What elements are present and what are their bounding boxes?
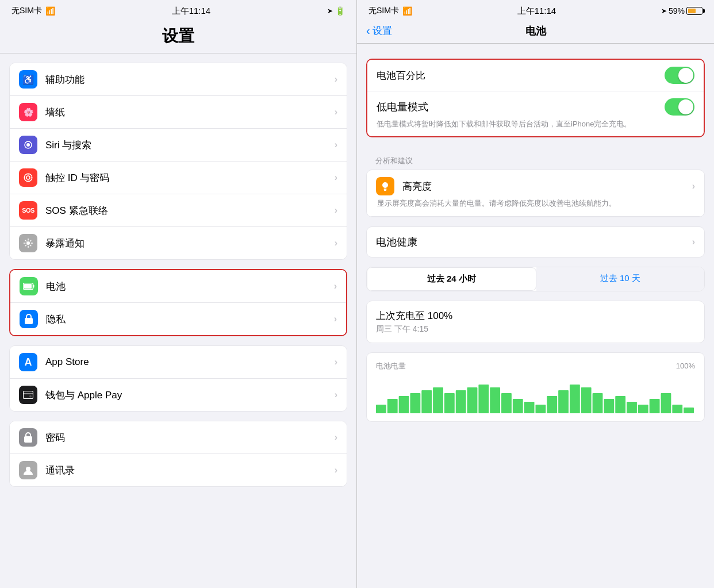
tab-10d-label: 过去 10 天 — [600, 273, 640, 283]
svg-rect-32 — [547, 396, 557, 413]
exposure-icon — [19, 234, 37, 252]
passwords-label: 密码 — [45, 431, 335, 444]
battery-percentage-toggle-thumb — [678, 68, 693, 83]
battery-percentage-row[interactable]: 电池百分比 — [367, 60, 704, 91]
appstore-icon: A — [19, 353, 37, 371]
svg-rect-44 — [684, 408, 694, 413]
battery-health-row[interactable]: 电池健康 › — [367, 227, 704, 257]
svg-point-2 — [24, 174, 32, 182]
svg-point-1 — [26, 143, 30, 147]
touchid-label: 触控 ID 与密码 — [45, 171, 335, 185]
battery-row-icon — [20, 277, 38, 295]
spacer-1 — [357, 53, 714, 59]
svg-rect-38 — [615, 396, 625, 413]
right-page-title: 电池 — [525, 24, 546, 38]
settings-row-privacy[interactable]: 隐私 › — [10, 303, 346, 335]
settings-row-accessibility[interactable]: ♿ 辅助功能 › — [10, 63, 347, 96]
svg-rect-37 — [604, 399, 614, 413]
carrier-text: 无SIM卡 — [11, 6, 42, 16]
settings-group-4: 密码 › 通讯录 › — [9, 421, 347, 487]
battery-percentage-toggle[interactable] — [665, 67, 694, 84]
accessibility-icon: ♿ — [19, 70, 37, 89]
high-brightness-row[interactable]: 高亮度 › 显示屏亮度高会消耗大量的电量。请考虑降低亮度以改善电池续航能力。 — [367, 170, 704, 217]
svg-rect-21 — [421, 390, 432, 413]
svg-rect-26 — [478, 385, 489, 413]
contacts-icon — [19, 461, 37, 479]
svg-rect-33 — [558, 390, 569, 413]
svg-rect-18 — [387, 399, 398, 413]
svg-rect-36 — [593, 393, 603, 413]
settings-row-siri[interactable]: Siri 与搜索 › — [10, 129, 347, 162]
svg-rect-34 — [570, 385, 580, 413]
contacts-label: 通讯录 — [45, 464, 335, 477]
battery-percentage-label: 电池百分比 — [377, 69, 665, 82]
battery-row-chevron: › — [334, 281, 337, 291]
low-power-label: 低电量模式 — [377, 100, 665, 114]
left-status-right: ➤ 🔋 — [327, 6, 345, 16]
left-status-left: 无SIM卡 📶 — [11, 6, 55, 16]
battery-chart — [376, 376, 695, 413]
sos-icon: SOS — [19, 201, 37, 220]
left-status-bar: 无SIM卡 📶 上午11:14 ➤ 🔋 — [0, 0, 356, 21]
svg-point-14 — [382, 182, 388, 188]
settings-group-1: ♿ 辅助功能 › 🌸 墙纸 › Siri 与搜索 › 触控 ID 与密 — [9, 63, 347, 260]
low-power-desc: 低电量模式将暂时降低如下载和邮件获取等后台活动，直至iPhone完全充电。 — [377, 119, 631, 129]
svg-rect-8 — [25, 318, 33, 324]
right-content: 电池百分比 低电量模式 低电量模式将暂时降低如下载和邮件获取等后台活动，直至iP… — [357, 44, 714, 588]
right-panel: 无SIM卡 📶 上午11:14 ➤ 59% ‹ 设置 电池 电池百分比 — [357, 0, 714, 588]
settings-list: ♿ 辅助功能 › 🌸 墙纸 › Siri 与搜索 › 触控 ID 与密 — [0, 53, 356, 588]
svg-rect-28 — [501, 393, 512, 413]
left-page-title-bar: 设置 — [0, 21, 356, 53]
back-button[interactable]: ‹ 设置 — [366, 24, 392, 37]
high-brightness-label: 高亮度 — [402, 180, 692, 193]
settings-row-appstore[interactable]: A App Store › — [10, 346, 347, 379]
svg-rect-24 — [456, 390, 466, 413]
right-status-bar: 无SIM卡 📶 上午11:14 ➤ 59% — [357, 0, 714, 21]
battery-health-chevron: › — [692, 237, 695, 247]
right-battery-indicator: ➤ 59% — [661, 6, 703, 16]
svg-rect-6 — [33, 285, 34, 288]
settings-row-passwords[interactable]: 密码 › — [10, 421, 347, 454]
svg-rect-35 — [581, 387, 592, 413]
settings-row-contacts[interactable]: 通讯录 › — [10, 454, 347, 486]
privacy-label: 隐私 — [46, 313, 334, 326]
location-arrow-icon: ➤ — [661, 7, 667, 15]
svg-point-13 — [26, 467, 30, 471]
tab-10d[interactable]: 过去 10 天 — [536, 267, 705, 291]
appstore-label: App Store — [45, 356, 335, 368]
svg-rect-25 — [467, 387, 478, 413]
right-nav-bar: ‹ 设置 电池 — [357, 21, 714, 44]
settings-row-wallet[interactable]: 钱包与 Apple Pay › — [10, 379, 347, 411]
settings-row-touchid[interactable]: 触控 ID 与密码 › — [10, 162, 347, 194]
siri-chevron: › — [335, 140, 337, 150]
svg-point-3 — [26, 176, 30, 179]
privacy-chevron: › — [334, 314, 337, 324]
siri-icon — [19, 136, 37, 154]
left-panel: 无SIM卡 📶 上午11:14 ➤ 🔋 设置 ♿ 辅助功能 › 🌸 墙纸 › — [0, 0, 357, 588]
low-power-toggle[interactable] — [665, 98, 694, 116]
svg-rect-42 — [661, 393, 671, 413]
charge-info-group: 上次充电至 100% 周三 下午 4:15 — [366, 301, 705, 343]
low-power-toggle-thumb — [678, 99, 693, 114]
svg-rect-16 — [384, 190, 386, 191]
privacy-icon — [20, 310, 38, 328]
battery-row-label: 电池 — [46, 280, 334, 293]
right-time: 上午11:14 — [517, 6, 556, 17]
settings-row-sos[interactable]: SOS SOS 紧急联络 › — [10, 194, 347, 227]
svg-rect-31 — [536, 405, 546, 413]
tab-24h[interactable]: 过去 24 小时 — [367, 267, 536, 291]
location-icon: ➤ — [327, 7, 333, 15]
svg-rect-22 — [433, 387, 443, 413]
battery-chart-group: 电池电量 100% — [366, 352, 705, 422]
svg-rect-40 — [638, 405, 648, 413]
svg-rect-9 — [24, 391, 33, 399]
settings-row-wallpaper[interactable]: 🌸 墙纸 › — [10, 96, 347, 129]
svg-point-4 — [26, 241, 30, 245]
settings-row-battery[interactable]: 电池 › — [10, 270, 346, 303]
svg-rect-27 — [490, 387, 500, 413]
analysis-section-header: 分析和建议 — [357, 156, 714, 170]
settings-row-exposure[interactable]: 暴露通知 › — [10, 227, 347, 259]
tab-24h-label: 过去 24 小时 — [427, 274, 476, 283]
settings-title: 设置 — [0, 25, 356, 47]
battery-icon-left: 🔋 — [335, 6, 345, 16]
